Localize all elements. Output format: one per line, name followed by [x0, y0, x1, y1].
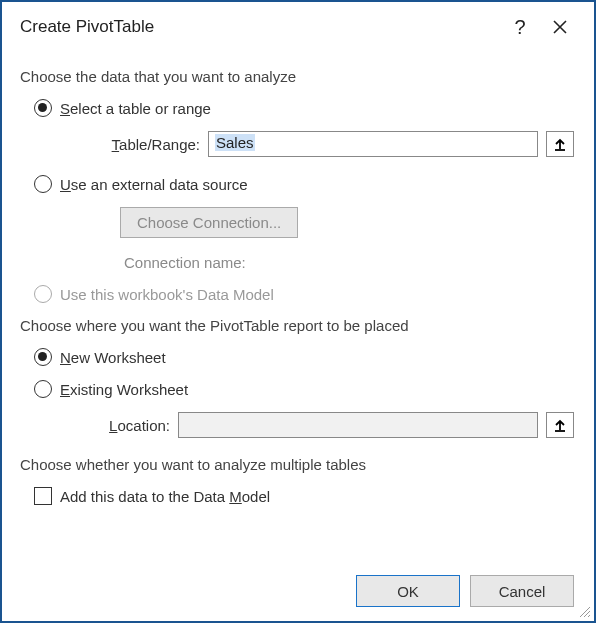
location-label: Location: [90, 417, 170, 434]
section-placement-label: Choose where you want the PivotTable rep… [20, 317, 574, 334]
radio-icon [34, 348, 52, 366]
connection-name-label: Connection name: [124, 254, 574, 271]
choose-connection-button: Choose Connection... [120, 207, 298, 238]
radio-select-table-range[interactable]: Select a table or range [34, 99, 574, 117]
collapse-icon [553, 418, 567, 432]
close-icon [552, 19, 568, 35]
dialog-button-row: OK Cancel [356, 575, 574, 607]
collapse-dialog-button[interactable] [546, 412, 574, 438]
location-input[interactable] [178, 412, 538, 438]
close-button[interactable] [540, 11, 580, 43]
table-range-field-row: Table/Range: Sales [90, 131, 574, 157]
cancel-button[interactable]: Cancel [470, 575, 574, 607]
location-field-row: Location: [90, 412, 574, 438]
radio-existing-worksheet[interactable]: Existing Worksheet [34, 380, 574, 398]
collapse-dialog-button[interactable] [546, 131, 574, 157]
radio-new-worksheet[interactable]: New Worksheet [34, 348, 574, 366]
dialog-title: Create PivotTable [20, 17, 500, 37]
radio-icon [34, 285, 52, 303]
dialog-content: Choose the data that you want to analyze… [2, 48, 594, 529]
titlebar: Create PivotTable ? [2, 2, 594, 48]
table-range-label: Table/Range: [90, 136, 200, 153]
radio-use-data-model: Use this workbook's Data Model [34, 285, 574, 303]
help-button[interactable]: ? [500, 11, 540, 43]
radio-label: Use this workbook's Data Model [60, 286, 274, 303]
checkbox-add-to-data-model[interactable]: Add this data to the Data Model [34, 487, 574, 505]
section-analyze-label: Choose the data that you want to analyze [20, 68, 574, 85]
collapse-icon [553, 137, 567, 151]
radio-label: Use an external data source [60, 176, 248, 193]
radio-icon [34, 380, 52, 398]
radio-label: Select a table or range [60, 100, 211, 117]
radio-icon [34, 99, 52, 117]
radio-external-source[interactable]: Use an external data source [34, 175, 574, 193]
resize-grip-icon[interactable] [577, 604, 591, 618]
section-multiple-tables-label: Choose whether you want to analyze multi… [20, 456, 574, 473]
ok-button[interactable]: OK [356, 575, 460, 607]
radio-icon [34, 175, 52, 193]
checkbox-icon [34, 487, 52, 505]
radio-label: Existing Worksheet [60, 381, 188, 398]
checkbox-label: Add this data to the Data Model [60, 488, 270, 505]
table-range-input[interactable]: Sales [208, 131, 538, 157]
radio-label: New Worksheet [60, 349, 166, 366]
